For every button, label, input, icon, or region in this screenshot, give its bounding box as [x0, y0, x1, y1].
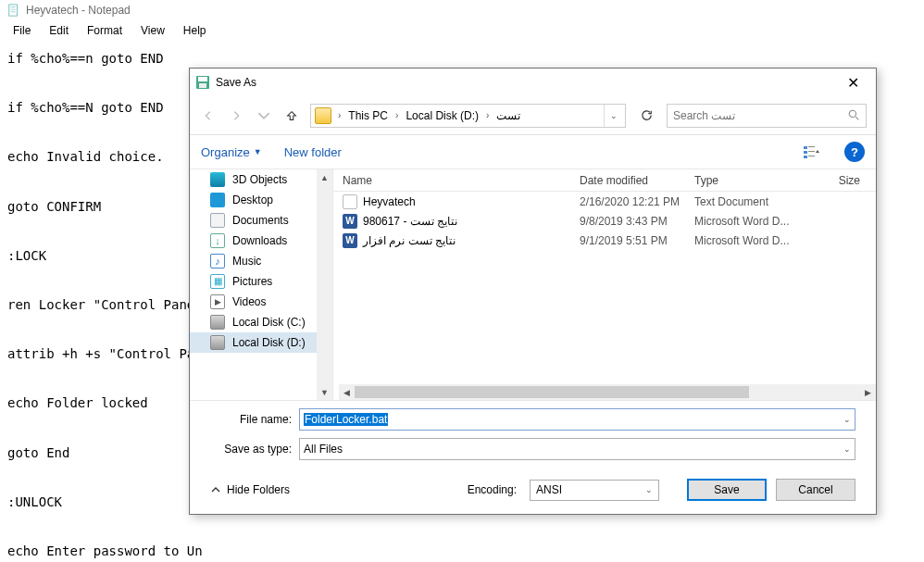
sidebar-item-label: 3D Objects	[232, 173, 287, 186]
sidebar-item-documents[interactable]: Documents	[190, 210, 317, 231]
svg-rect-5	[198, 77, 207, 81]
filename-input[interactable]: FolderLocker.bat ⌄	[299, 408, 855, 431]
column-date[interactable]: Date modified	[570, 174, 685, 187]
file-icon	[343, 214, 357, 229]
file-type: Microsoft Word D...	[685, 234, 794, 247]
cancel-button[interactable]: Cancel	[776, 479, 855, 501]
file-date: 9/8/2019 3:43 PM	[570, 215, 685, 228]
file-type: Text Document	[685, 195, 794, 208]
new-folder-button[interactable]: New folder	[284, 145, 342, 159]
column-size[interactable]: Size	[794, 174, 876, 187]
svg-point-7	[849, 110, 855, 117]
dialog-titlebar: Save As ✕	[190, 69, 876, 96]
pic-icon	[210, 274, 225, 289]
file-name: نتایج تست - 980617	[363, 215, 457, 228]
chevron-down-icon[interactable]: ⌄	[645, 485, 653, 494]
chevron-down-icon[interactable]: ⌄	[843, 415, 851, 424]
svg-rect-10	[808, 146, 815, 147]
nav-forward-button[interactable]	[227, 106, 245, 125]
sidebar-item-label: Local Disk (C:)	[232, 316, 306, 329]
view-options-button[interactable]	[802, 142, 822, 162]
vid-icon	[210, 294, 225, 309]
save-as-dialog: Save As ✕ › This PC › Local Disk (D:) › …	[189, 68, 877, 515]
sidebar-item-label: Local Disk (D:)	[232, 336, 306, 349]
menu-help[interactable]: Help	[176, 22, 214, 39]
search-box[interactable]	[667, 104, 867, 128]
breadcrumb-drive[interactable]: Local Disk (D:)	[403, 109, 481, 122]
address-dropdown-button[interactable]: ⌄	[604, 105, 623, 127]
breadcrumb-folder[interactable]: تست	[493, 109, 523, 122]
file-row[interactable]: Heyvatech2/16/2020 12:21 PMText Document	[333, 192, 876, 211]
save-icon	[195, 75, 210, 90]
organize-button[interactable]: Organize ▼	[201, 145, 262, 159]
scrollbar-thumb[interactable]	[355, 386, 749, 398]
close-button[interactable]: ✕	[836, 74, 870, 92]
svg-rect-12	[808, 151, 815, 152]
svg-rect-14	[808, 156, 815, 156]
nav-recent-button[interactable]	[255, 106, 273, 125]
file-list-pane: Name Date modified Type Size Heyvatech2/…	[333, 169, 876, 400]
sidebar-item-3d-objects[interactable]: 3D Objects	[190, 169, 317, 190]
file-type: Microsoft Word D...	[685, 215, 794, 228]
3d-icon	[210, 172, 225, 187]
encoding-label: Encoding:	[468, 483, 517, 496]
scroll-right-icon[interactable]: ▶	[860, 388, 876, 397]
breadcrumb-this-pc[interactable]: This PC	[345, 109, 391, 122]
sidebar-item-videos[interactable]: Videos	[190, 292, 317, 312]
horizontal-scrollbar[interactable]: ◀ ▶	[339, 384, 876, 400]
svg-rect-11	[804, 151, 807, 154]
hide-folders-button[interactable]: Hide Folders	[210, 483, 290, 496]
file-date: 2/16/2020 12:21 PM	[570, 195, 685, 208]
address-bar[interactable]: › This PC › Local Disk (D:) › تست ⌄	[310, 104, 626, 128]
menu-file[interactable]: File	[6, 22, 38, 39]
dialog-title: Save As	[216, 76, 256, 89]
savetype-label: Save as type:	[210, 443, 299, 456]
sidebar-item-local-disk-d-[interactable]: Local Disk (D:)	[190, 332, 317, 353]
menu-view[interactable]: View	[133, 22, 172, 39]
sidebar-scrollbar[interactable]: ▲ ▼	[317, 169, 332, 400]
file-list-header[interactable]: Name Date modified Type Size	[333, 169, 876, 192]
encoding-value: ANSI	[536, 483, 562, 496]
scroll-up-icon[interactable]: ▲	[317, 169, 332, 185]
encoding-select[interactable]: ANSI ⌄	[530, 480, 659, 501]
save-button[interactable]: Save	[687, 479, 767, 501]
folder-tree: 3D ObjectsDesktopDocumentsDownloadsMusic…	[190, 169, 333, 400]
sidebar-item-label: Pictures	[232, 275, 272, 288]
disk-icon	[210, 315, 225, 330]
sidebar-item-music[interactable]: Music	[190, 251, 317, 271]
savetype-value: All Files	[304, 443, 343, 456]
chevron-down-icon[interactable]: ⌄	[843, 444, 851, 454]
menu-format[interactable]: Format	[80, 22, 130, 39]
nav-up-button[interactable]	[282, 106, 301, 125]
help-button[interactable]: ?	[844, 142, 865, 162]
savetype-select[interactable]: All Files ⌄	[299, 438, 855, 460]
folder-icon	[315, 107, 331, 124]
column-name[interactable]: Name	[333, 174, 570, 187]
sidebar-item-label: Desktop	[232, 194, 273, 206]
search-input[interactable]	[673, 109, 843, 122]
svg-rect-13	[804, 156, 807, 158]
file-row[interactable]: نتایج تست - 9806179/8/2019 3:43 PMMicros…	[333, 211, 876, 231]
notepad-titlebar: Heyvatech - Notepad	[0, 0, 924, 20]
chevron-right-icon[interactable]: ›	[335, 110, 343, 120]
file-icon	[343, 194, 357, 209]
chevron-down-icon: ▼	[254, 147, 262, 156]
nav-back-button[interactable]	[199, 106, 218, 125]
file-row[interactable]: نتایج تست نرم افزار9/1/2019 5:51 PMMicro…	[333, 231, 876, 250]
sidebar-item-local-disk-c-[interactable]: Local Disk (C:)	[190, 312, 317, 332]
svg-rect-6	[199, 83, 206, 88]
disk-icon	[210, 335, 225, 350]
chevron-right-icon[interactable]: ›	[393, 110, 401, 120]
sidebar-item-desktop[interactable]: Desktop	[190, 190, 317, 210]
chevron-right-icon[interactable]: ›	[483, 110, 492, 120]
scroll-left-icon[interactable]: ◀	[339, 388, 355, 397]
column-type[interactable]: Type	[685, 174, 794, 187]
notepad-menubar[interactable]: File Edit Format View Help	[0, 20, 924, 41]
file-icon	[343, 233, 357, 248]
sidebar-item-pictures[interactable]: Pictures	[190, 271, 317, 292]
refresh-button[interactable]	[635, 104, 657, 128]
sidebar-item-downloads[interactable]: Downloads	[190, 231, 317, 251]
svg-rect-9	[804, 146, 807, 149]
scroll-down-icon[interactable]: ▼	[317, 384, 332, 400]
menu-edit[interactable]: Edit	[42, 22, 76, 39]
